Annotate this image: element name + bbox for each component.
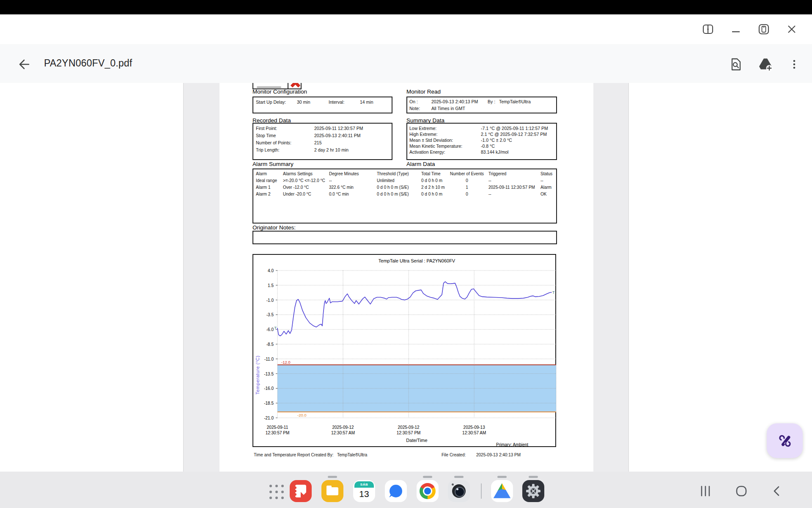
alarm-table-cell: -- [329, 178, 376, 183]
field-value: TempTale®Ultra [499, 99, 531, 104]
field-label: Start Up Delay: [256, 99, 286, 105]
section-heading-alarm-summary: Alarm Summary [252, 161, 294, 167]
apps-grid-button[interactable] [267, 483, 286, 501]
field-label: Note: [409, 106, 420, 111]
x-tick-line2: 12:30:57 AM [318, 430, 368, 436]
field-value: 2025-09-13 2:40:11 PM [314, 133, 361, 138]
footer-value: 2025-09-13 2:40:13 PM [476, 453, 521, 457]
alarm-low-label: -20.0 [297, 413, 307, 417]
pdf-scroll-area[interactable]: Monitor Configuration Start Up Delay: 30… [183, 83, 629, 472]
temperature-series-line [277, 282, 551, 336]
ideal-range-band [277, 365, 556, 412]
flash-dot [452, 483, 454, 486]
drive-glyph [493, 483, 511, 500]
x-tick-line1: 2025-09-12 [383, 425, 434, 430]
taskbar-divider [481, 483, 482, 499]
x-tick-label: 2025-09-1212:30:57 AM [318, 425, 368, 436]
calendar-day: 13 [354, 488, 374, 500]
camera-app-icon[interactable] [448, 480, 470, 502]
y-tick-label: -18.5 [253, 401, 274, 406]
gear-glyph [522, 480, 544, 502]
back-chevron-icon [771, 485, 783, 497]
y-tick-label: -16.0 [253, 386, 274, 391]
recents-button[interactable] [696, 481, 715, 501]
camera-lens-glyph [452, 484, 466, 498]
running-indicator [423, 476, 432, 478]
originator-notes-box [252, 231, 557, 244]
chart-legend: Primary: Ambient [496, 442, 552, 447]
alarm-table-cell: >=-20.0 °C <=-12.0 °C [283, 178, 328, 183]
window-title-bar [0, 14, 812, 44]
alarm-table-header: Threshold (Type) [377, 171, 420, 176]
y-tick-label: -3.5 [253, 312, 274, 317]
chat-bubble-glyph [390, 485, 402, 497]
find-in-document-button[interactable] [727, 55, 745, 74]
field-value: -7.1 °C @ 2025-09-11 1:12:57 PM [481, 126, 548, 131]
recents-icon [699, 485, 712, 497]
alarm-table-cell: 0 d 0 h 0 m [421, 192, 445, 196]
alarm-table-cell: 0 [443, 178, 491, 183]
alarm-table-cell: Alarm 2 [256, 192, 282, 196]
status-bar [0, 0, 812, 14]
alarm-table-header: Triggered [488, 171, 539, 176]
back-arrow-icon [16, 57, 30, 72]
y-tick-label: -11.0 [253, 357, 274, 362]
alarm-table-cell: 1 [443, 185, 491, 190]
drive-app-icon[interactable] [491, 480, 513, 502]
x-tick-line2: 12:30:57 AM [449, 430, 499, 436]
pop-up-view-button[interactable] [755, 21, 772, 38]
y-tick-label: 1.5 [253, 283, 274, 288]
footer-label: Time and Temperature Report Created By: [254, 453, 333, 457]
find-in-document-icon [729, 58, 743, 71]
x-tick-label: 2025-09-1312:30:57 AM [449, 425, 499, 436]
messages-app-icon[interactable] [385, 480, 407, 502]
x-tick-line2: 12:30:57 PM [383, 430, 434, 436]
x-tick-line2: 12:30:57 PM [252, 430, 303, 436]
minimize-icon [730, 23, 742, 35]
alarm-table-cell: Over -12.0 °C [283, 185, 328, 190]
running-indicator [454, 476, 464, 478]
alarm-table-cell: Unlimited [377, 178, 420, 183]
footer-value: TempTale®Ultra [337, 453, 367, 457]
field-value: 2.1 °C @ 2025-09-12 7:32:57 PM [481, 132, 547, 137]
section-heading-alarm-data: Alarm Data [406, 161, 435, 167]
more-options-button[interactable] [785, 55, 804, 74]
section-heading-monitor-configuration: Monitor Configuration [252, 88, 307, 95]
calendar-glyph: SÁB 13 [354, 481, 374, 501]
add-to-drive-button[interactable] [756, 55, 775, 74]
content-area: Monitor Configuration Start Up Delay: 30… [0, 83, 812, 472]
alarm-table-header: Degree Minutes [329, 171, 376, 176]
home-button[interactable] [732, 481, 751, 501]
y-tick-label: -1.0 [253, 298, 274, 303]
field-value: 215 [314, 140, 322, 145]
back-button[interactable] [14, 55, 32, 74]
close-window-button[interactable] [783, 21, 800, 38]
alarm-table-header: Status [540, 171, 557, 176]
my-files-app-icon[interactable] [321, 480, 343, 502]
alarm-table-cell: Alarm [540, 185, 557, 190]
calendar-app-icon[interactable]: SÁB 13 [353, 480, 375, 502]
notes-app-icon[interactable] [290, 480, 312, 502]
running-indicator [529, 476, 538, 478]
chrome-app-icon[interactable] [417, 480, 439, 502]
running-indicator [497, 476, 507, 478]
minimize-button[interactable] [727, 21, 744, 38]
monitor-read-box: On : 2025-09-13 2:40:13 PM By : TempTale… [406, 97, 557, 113]
series-end-marker: T [552, 290, 555, 295]
alarm-table-cell: 0 [443, 192, 491, 196]
x-tick-line1: 2025-09-12 [318, 425, 368, 430]
alarm-table-cell: Ideal range [256, 178, 282, 183]
back-nav-button[interactable] [767, 481, 787, 501]
alarm-table-cell: 0 d 0 h 0 m [421, 178, 445, 183]
alarm-table-cell: OK [540, 192, 557, 196]
field-value: 83.144 kJ/mol [481, 149, 508, 155]
field-label: High Extreme: [409, 132, 438, 137]
field-label: On : [409, 99, 418, 104]
annotate-fab[interactable] [767, 423, 803, 458]
x-tick-label: 2025-09-1112:30:57 PM [252, 425, 303, 436]
settings-app-icon[interactable] [522, 480, 544, 502]
field-value: 14 min [360, 99, 373, 105]
running-indicator [328, 476, 337, 478]
taskbar: SÁB 13 [0, 472, 812, 508]
split-screen-button[interactable] [700, 21, 716, 38]
